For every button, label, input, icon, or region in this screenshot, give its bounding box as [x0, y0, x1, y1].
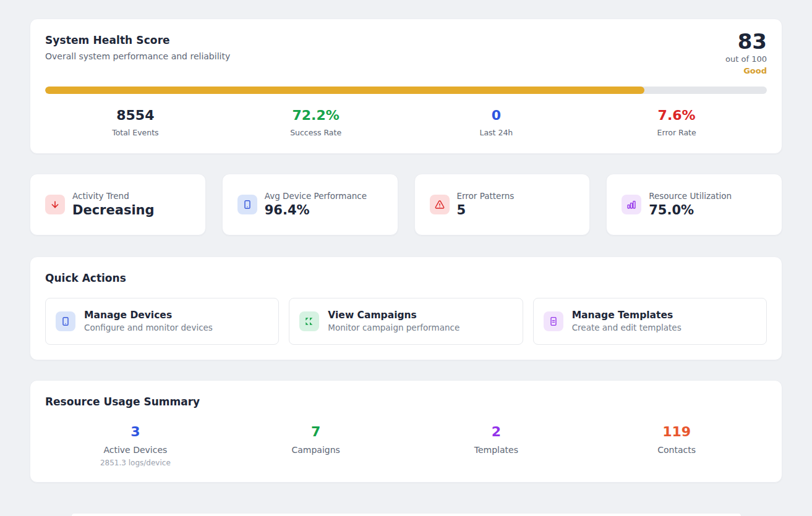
resource-stat-label: Campaigns [226, 445, 406, 455]
health-card-title: System Health Score [45, 34, 230, 46]
stat-label: Error Rate [586, 128, 767, 137]
metric-value: Decreasing [72, 203, 155, 218]
health-score-max: out of 100 [725, 54, 767, 64]
health-status-badge: Good [725, 66, 767, 75]
action-title: Manage Devices [84, 310, 213, 321]
smartphone-icon [56, 311, 75, 331]
action-subtitle: Monitor campaign performance [328, 323, 459, 332]
stat-value: 8554 [45, 108, 226, 124]
metric-card-activity-trend: Activity Trend Decreasing [30, 174, 206, 235]
resource-stat-value: 3 [45, 424, 226, 440]
stat-label: Total Events [45, 128, 226, 137]
resource-usage-title: Resource Usage Summary [45, 395, 767, 408]
resource-stat-active-devices: 3 Active Devices 2851.3 logs/device [45, 424, 226, 467]
action-title: View Campaigns [328, 310, 459, 321]
smartphone-icon [237, 195, 257, 214]
resource-stat-templates: 2 Templates [406, 424, 587, 467]
action-title: Manage Templates [572, 310, 682, 321]
metric-card-resource-utilization: Resource Utilization 75.0% [606, 174, 782, 235]
metric-value: 96.4% [265, 203, 367, 218]
campaign-arrows-icon [299, 311, 319, 331]
health-progress-fill [45, 87, 644, 94]
metric-label: Avg Device Performance [265, 191, 367, 201]
stat-success-rate: 72.2% Success Rate [226, 108, 406, 137]
stat-value: 0 [406, 108, 587, 124]
stat-total-events: 8554 Total Events [45, 108, 226, 137]
health-card-subtitle: Overall system performance and reliabili… [45, 51, 230, 61]
stat-error-rate: 7.6% Error Rate [586, 108, 767, 137]
view-campaigns-button[interactable]: View Campaigns Monitor campaign performa… [289, 298, 523, 345]
stat-label: Success Rate [226, 128, 406, 137]
manage-templates-button[interactable]: Manage Templates Create and edit templat… [533, 298, 767, 345]
resource-usage-card: Resource Usage Summary 3 Active Devices … [30, 380, 782, 483]
stat-last-24h: 0 Last 24h [406, 108, 587, 137]
resource-stat-label: Templates [406, 445, 587, 455]
resource-stat-label: Active Devices [45, 445, 226, 455]
stat-value: 72.2% [226, 108, 406, 124]
resource-stat-value: 7 [226, 424, 406, 440]
quick-actions-title: Quick Actions [45, 272, 767, 284]
action-subtitle: Create and edit templates [572, 323, 682, 332]
quick-actions-card: Quick Actions Manage Devices Configure a… [30, 256, 782, 360]
system-health-card: System Health Score Overall system perfo… [30, 19, 782, 154]
stat-label: Last 24h [406, 128, 587, 137]
resource-stat-label: Contacts [586, 445, 767, 455]
metric-card-error-patterns: Error Patterns 5 [414, 174, 591, 235]
document-icon [544, 311, 563, 331]
stat-value: 7.6% [586, 108, 767, 124]
resource-stat-value: 119 [586, 424, 767, 440]
resource-stat-campaigns: 7 Campaigns [226, 424, 406, 467]
dashboard-page: System Health Score Overall system perfo… [0, 0, 812, 483]
action-subtitle: Configure and monitor devices [84, 323, 213, 332]
health-score-value: 83 [725, 30, 767, 53]
alert-triangle-icon [430, 195, 450, 214]
resource-stat-contacts: 119 Contacts [586, 424, 767, 467]
next-section-card-peek [71, 513, 741, 516]
metric-card-avg-device-performance: Avg Device Performance 96.4% [222, 174, 398, 235]
metric-label: Resource Utilization [649, 191, 732, 201]
resource-stat-value: 2 [406, 424, 587, 440]
manage-devices-button[interactable]: Manage Devices Configure and monitor dev… [45, 298, 279, 345]
metric-label: Activity Trend [72, 191, 155, 201]
health-progress-bar [45, 87, 767, 94]
metric-label: Error Patterns [457, 191, 515, 201]
arrow-down-icon [45, 195, 65, 214]
bar-chart-icon [622, 195, 641, 214]
metric-value: 5 [457, 203, 515, 218]
resource-stat-sub: 2851.3 logs/device [45, 459, 226, 467]
metric-value: 75.0% [649, 203, 732, 218]
